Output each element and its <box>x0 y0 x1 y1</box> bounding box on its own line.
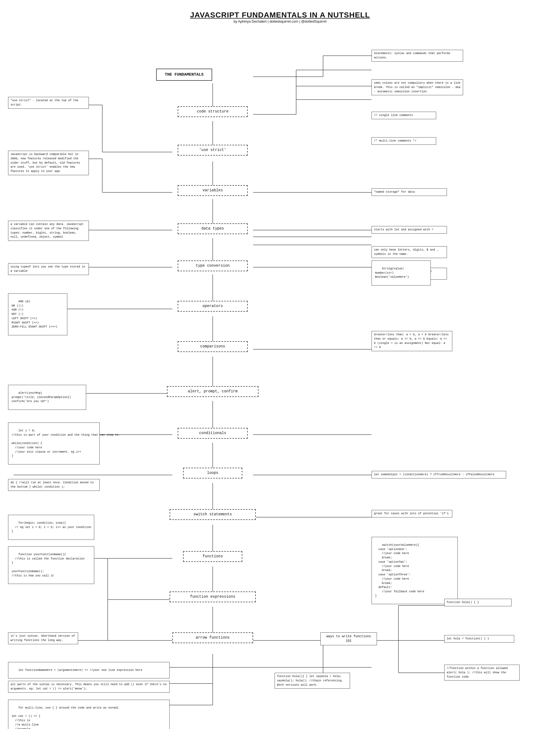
alert-prompt-node: alert, prompt, confirm <box>167 386 258 397</box>
js-backward-note: JavaScript is backward compatible but in… <box>8 151 89 175</box>
page-title: JAVASCRIPT FUNDAMENTALS IN A NUTSHELL <box>0 11 560 19</box>
alert-prompt-box: alert, prompt, confirm <box>167 386 258 397</box>
conditionals-left-note: let i = 0; //this is part of your condit… <box>8 422 100 464</box>
conditionals-node: conditionals <box>178 428 248 439</box>
arrow-functions-box: arrow functions <box>172 632 253 643</box>
chain-reference-note: function hola(){ } let sayHola = hola; s… <box>275 673 350 689</box>
loops-node: loops <box>183 468 242 478</box>
ways-func3-note: //function within a function allowed ale… <box>444 665 520 681</box>
arrow-parts-note: all parts of the syntax is necessary. Th… <box>8 681 170 693</box>
code-structure-box: code structure <box>178 106 248 117</box>
functions-box: functions <box>183 551 242 562</box>
operators-node: operators <box>178 301 248 312</box>
fundamentals-node: THE FUNDAMENTALS <box>156 69 212 81</box>
statements-note: Statements: syntax and commands that per… <box>372 50 463 62</box>
type-conversion-node: type conversion <box>178 261 248 271</box>
functions-node: functions <box>183 551 242 562</box>
function-expressions-node: function expressions <box>170 591 256 602</box>
use-strict-node: 'use strict' <box>178 145 248 156</box>
ways-to-write-node: ways to write functions 101 <box>320 632 377 645</box>
do-while-note: do { //will run at least once. Condition… <box>8 479 100 491</box>
switch-great-note: great for cases with lots of potential '… <box>372 510 452 517</box>
arrow-code-note: let functionNameHere = (argumentsHere) =… <box>8 662 170 678</box>
variables-box: variables <box>178 185 248 196</box>
function-expressions-box: function expressions <box>170 591 256 602</box>
multi-comment-note: /* multi-line comments */ <box>372 96 436 145</box>
switch-code-note: switch(yourValueHere){ case 'optionOne':… <box>372 522 458 604</box>
fundamentals-box: THE FUNDAMENTALS <box>156 69 212 81</box>
operators-box: operators <box>178 301 248 312</box>
conditionals-box: conditionals <box>178 428 248 439</box>
starts-with-let-note: starts with let and assigned with = <box>372 226 447 234</box>
data-types-note-text: a variable can contain any data. JavaScr… <box>11 223 83 239</box>
for-loop-note: for(begin; condition; step){ // eg let i… <box>8 497 94 540</box>
switch-node: switch statements <box>170 509 256 520</box>
comparisons-detail-note: Greater/less than: a > b, a < b Greater/… <box>372 331 452 351</box>
typeof-note: using typeof lets you see the type store… <box>8 263 89 275</box>
arrow-shorthand-note: it's just syntax. Shorthand version of w… <box>8 632 78 644</box>
alert-prompt-left-note: alert(yourMsg) prompt('title, {secondPar… <box>8 385 86 410</box>
page-header: JAVASCRIPT FUNDAMENTALS IN A NUTSHELL by… <box>0 0 560 25</box>
loops-box: loops <box>183 468 242 478</box>
arrow-functions-node: arrow functions <box>172 632 253 643</box>
operators-left-note: AND (&) OR (||) XOR (^) NOT (!) LEFT SHI… <box>8 293 67 335</box>
data-types-box: data types <box>178 223 248 234</box>
type-conversion-box: type conversion <box>178 261 248 271</box>
switch-box: switch statements <box>170 509 256 520</box>
ways-func1-note: function hola() { } <box>444 599 512 606</box>
comparisons-box: comparisons <box>178 341 248 352</box>
page-subtitle: by Aphinya Dechalert | dottedsquirrel.co… <box>0 19 560 23</box>
comparisons-node: comparisons <box>178 341 248 352</box>
type-conversion-code-note: String(value) Number(str) Boolean('value… <box>372 261 431 286</box>
variables-node: variables <box>178 185 248 196</box>
named-storage-note: "named storage" for data <box>372 188 447 196</box>
ternary-note: let someOutput = (conditionHere) ? ifTru… <box>372 471 506 478</box>
function-left-note: function yourFunctionName(){ //this is c… <box>8 546 94 584</box>
typeof-note-text: using typeof lets you see the type store… <box>11 265 85 273</box>
data-types-left-note: a variable can contain any data. JavaScr… <box>8 221 89 241</box>
ways-func2-note: let hola = function() { } <box>444 635 514 643</box>
use-strict-left-note: "use strict" - located at the top of the… <box>8 97 89 109</box>
arrow-multiline-note: for multi-line, use { } around the code … <box>8 700 170 729</box>
data-types-node: data types <box>178 223 248 234</box>
use-strict-box: 'use strict' <box>178 145 248 156</box>
code-structure-node: code structure <box>178 106 248 117</box>
